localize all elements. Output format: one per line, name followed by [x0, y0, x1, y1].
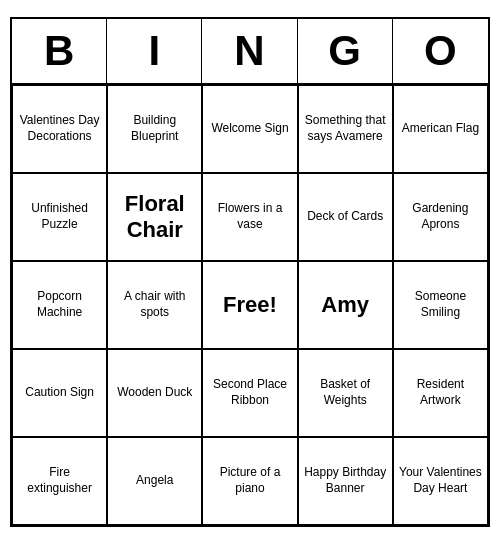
- bingo-cell: Picture of a piano: [202, 437, 297, 525]
- bingo-cell: Floral Chair: [107, 173, 202, 261]
- bingo-cell: American Flag: [393, 85, 488, 173]
- bingo-cell: Happy Birthday Banner: [298, 437, 393, 525]
- bingo-letter: B: [12, 19, 107, 83]
- bingo-letter: I: [107, 19, 202, 83]
- bingo-cell: Unfinished Puzzle: [12, 173, 107, 261]
- bingo-grid: Valentines Day DecorationsBuilding Bluep…: [12, 85, 488, 525]
- bingo-cell: Fire extinguisher: [12, 437, 107, 525]
- bingo-cell: Resident Artwork: [393, 349, 488, 437]
- bingo-cell: Your Valentines Day Heart: [393, 437, 488, 525]
- bingo-cell: Deck of Cards: [298, 173, 393, 261]
- bingo-cell: Building Blueprint: [107, 85, 202, 173]
- bingo-card: BINGO Valentines Day DecorationsBuilding…: [10, 17, 490, 527]
- bingo-cell: Wooden Duck: [107, 349, 202, 437]
- bingo-cell: A chair with spots: [107, 261, 202, 349]
- bingo-cell: Angela: [107, 437, 202, 525]
- bingo-cell: Basket of Weights: [298, 349, 393, 437]
- bingo-letter: G: [298, 19, 393, 83]
- bingo-cell: Valentines Day Decorations: [12, 85, 107, 173]
- bingo-letter: N: [202, 19, 297, 83]
- bingo-header: BINGO: [12, 19, 488, 85]
- bingo-cell: Gardening Aprons: [393, 173, 488, 261]
- bingo-letter: O: [393, 19, 488, 83]
- bingo-cell: Amy: [298, 261, 393, 349]
- bingo-cell: Someone Smiling: [393, 261, 488, 349]
- bingo-cell: Welcome Sign: [202, 85, 297, 173]
- bingo-cell: Popcorn Machine: [12, 261, 107, 349]
- bingo-cell: Flowers in a vase: [202, 173, 297, 261]
- bingo-cell: Free!: [202, 261, 297, 349]
- bingo-cell: Caution Sign: [12, 349, 107, 437]
- bingo-cell: Something that says Avamere: [298, 85, 393, 173]
- bingo-cell: Second Place Ribbon: [202, 349, 297, 437]
